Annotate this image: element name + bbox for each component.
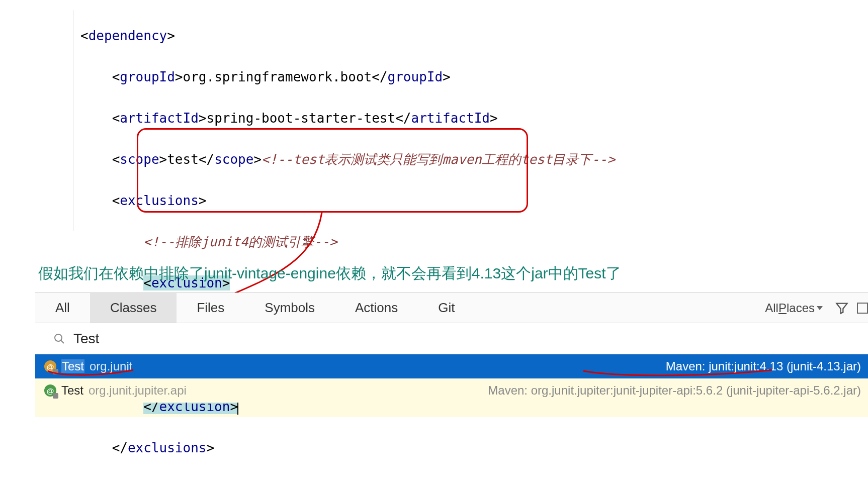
filter-icon[interactable] [835, 301, 849, 315]
result-name-0: Test [61, 359, 84, 373]
result-name-1: Test [61, 383, 83, 397]
tag-artifactId-close: artifactId [411, 111, 490, 126]
tag-groupId-open: groupId [120, 69, 175, 84]
comment-scope: <!--test表示测试类只能写到maven工程的test目录下--> [262, 152, 615, 167]
tab-classes[interactable]: Classes [90, 293, 177, 323]
places-prefix: All [765, 301, 778, 315]
places-underline: P [778, 301, 787, 315]
value-scope: test [167, 152, 199, 167]
result-package-1: org.junit.jupiter.api [89, 383, 187, 398]
search-icon [53, 333, 65, 345]
gutter-line [73, 10, 73, 231]
result-location-1: Maven: org.junit.jupiter:junit-jupiter-a… [488, 383, 861, 398]
tag-scope-open: scope [120, 152, 159, 167]
tabs-row: All Classes Files Symbols Actions Git Al… [35, 293, 868, 323]
annotation-icon: @ [44, 360, 56, 372]
value-groupId: org.springframework.boot [183, 69, 372, 84]
result-location-0: Maven: junit:junit:4.13 (junit-4.13.jar) [666, 359, 861, 373]
search-everywhere-panel: All Classes Files Symbols Actions Git Al… [35, 293, 868, 403]
tab-git[interactable]: Git [418, 293, 475, 323]
tag-groupId-close: groupId [388, 69, 443, 84]
tab-actions[interactable]: Actions [335, 293, 418, 323]
places-dropdown[interactable]: All Places [765, 301, 830, 315]
xml-code-block[interactable]: <dependency> <groupId>org.springframewor… [80, 5, 615, 479]
tab-all[interactable]: All [35, 293, 90, 323]
chevron-down-icon [817, 306, 823, 310]
tab-symbols[interactable]: Symbols [244, 293, 335, 323]
annotation-text: 假如我们在依赖中排除了junit-vintage-engine依赖，就不会再看到… [38, 263, 621, 284]
tag-artifactId-open: artifactId [120, 111, 199, 126]
value-artifactId: spring-boot-starter-test [206, 111, 395, 126]
result-package-0: org.junit [90, 359, 132, 373]
tag-exclusions-open: exclusions [120, 193, 199, 208]
annotation-icon: @ [44, 384, 56, 397]
search-row [35, 323, 868, 354]
result-row[interactable]: @ Test org.junit.jupiter.api Maven: org.… [35, 378, 868, 403]
search-input[interactable] [73, 331, 375, 347]
tag-dependency: dependency [89, 28, 167, 43]
svg-line-1 [61, 340, 64, 343]
places-suffix: laces [787, 301, 815, 315]
svg-point-0 [55, 334, 62, 341]
result-row-selected[interactable]: @ Test org.junit Maven: junit:junit:4.13… [35, 354, 868, 378]
tab-files[interactable]: Files [177, 293, 244, 323]
tag-scope-close: scope [214, 152, 253, 167]
pin-icon[interactable] [857, 303, 868, 314]
comment-exclusion: <!--排除junit4的测试引擎--> [143, 234, 337, 249]
tag-exclusions-close: exclusions [128, 440, 207, 455]
